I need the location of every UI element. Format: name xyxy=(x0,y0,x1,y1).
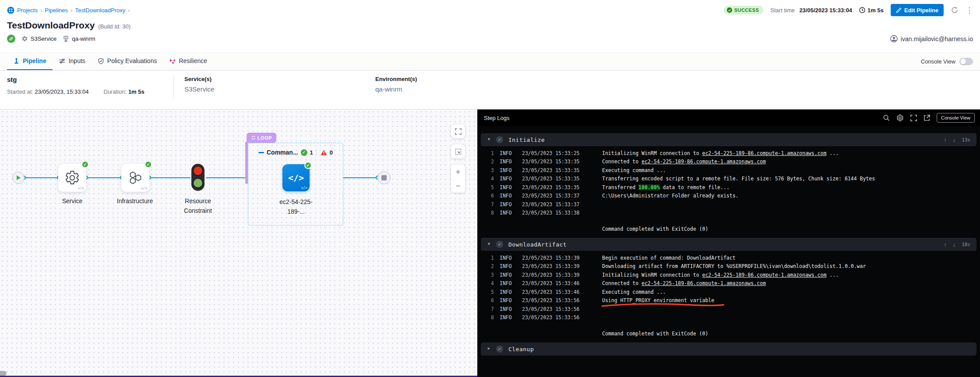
log-sections: ▼✓Initialize↑↓13s1INFO23/05/2023 15:33:2… xyxy=(477,126,980,377)
loop-icon xyxy=(251,135,256,140)
template-glyph: </> xyxy=(301,186,307,190)
log-host-link[interactable]: ec2-54-225-189-86.compute-1.amazonaws.co… xyxy=(702,150,826,156)
log-level: INFO xyxy=(500,193,516,199)
success-badge-icon: ✓ xyxy=(145,161,152,168)
section-name: Initialize xyxy=(508,137,545,143)
end-node[interactable] xyxy=(377,171,391,184)
edit-pipeline-button[interactable]: Edit Pipeline xyxy=(891,4,944,16)
log-timestamp: 23/05/2023 15:33:56 xyxy=(522,314,596,321)
play-icon xyxy=(16,175,21,180)
step-label-line1: ec2-54-225- xyxy=(270,197,322,207)
refresh-button[interactable] xyxy=(951,6,959,14)
stage-name[interactable]: stg xyxy=(7,76,173,83)
git-sync-badge-icon xyxy=(7,35,15,43)
tab-policy-evaluations[interactable]: Policy Evaluations xyxy=(92,53,163,70)
log-line: 2INFO23/05/2023 15:33:35Connected to ec2… xyxy=(477,158,980,166)
log-console-view-button[interactable]: Console View xyxy=(937,113,975,123)
node-command-step[interactable]: </> </> ✓ xyxy=(282,164,310,191)
zoom-in-button[interactable]: + xyxy=(451,165,465,179)
tab-resilience[interactable]: Resilience xyxy=(163,53,213,70)
log-level: INFO xyxy=(500,255,516,261)
log-section-header-cleanup[interactable]: ▼✓Cleanup xyxy=(481,342,976,356)
more-options-button[interactable]: ⋮ xyxy=(966,6,973,15)
log-line-number: 7 xyxy=(483,306,494,312)
log-text: Downloading artifact from ARTIFACTORY to… xyxy=(602,263,866,269)
log-timestamp: 23/05/2023 15:33:38 xyxy=(522,210,596,216)
log-line: 8INFO23/05/2023 15:33:38 xyxy=(477,209,980,218)
start-node[interactable] xyxy=(12,172,25,184)
success-count: 1 xyxy=(310,149,313,156)
collapse-group-icon[interactable] xyxy=(258,152,264,153)
traffic-light-icon xyxy=(190,163,206,192)
start-time-value: 23/05/2023 15:33:04 xyxy=(799,7,852,14)
log-open-new-tab-button[interactable] xyxy=(924,115,930,121)
pipeline-execution-page: Projects › Pipelines › TestDownloadProxy… xyxy=(0,0,980,377)
chevron-down-icon[interactable]: ▼ xyxy=(487,242,491,246)
chevron-down-icon[interactable]: ▼ xyxy=(487,137,491,141)
node-resource-constraint[interactable] xyxy=(190,163,206,192)
log-level: INFO xyxy=(500,210,516,216)
log-level: INFO xyxy=(500,176,516,182)
pipeline-graph-canvas[interactable]: </> ✓ Service </> ✓ Infrastructure xyxy=(0,109,477,377)
log-line: 7INFO23/05/2023 15:33:56 xyxy=(477,305,980,314)
log-message: Connected to ec2-54-225-189-86.compute-1… xyxy=(602,159,980,165)
log-section-header-initialize[interactable]: ▼✓Initialize↑↓13s xyxy=(481,133,976,146)
breadcrumb: Projects › Pipelines › TestDownloadProxy… xyxy=(7,7,130,14)
log-host-link[interactable]: ec2-54-225-189-86.compute-1.amazonaws.co… xyxy=(642,280,766,286)
log-line-number: 6 xyxy=(483,297,494,303)
section-status-icon: ✓ xyxy=(496,345,503,352)
horizontal-scrollbar-thumb[interactable] xyxy=(0,371,7,376)
log-settings-button[interactable] xyxy=(896,114,904,122)
stage-details-bar: stg Started at: 23/05/2023, 15:33:04 Dur… xyxy=(0,70,980,109)
execution-duration: 1m 5s xyxy=(867,7,884,14)
log-text: Transferring encoded script to a remote … xyxy=(602,176,875,182)
breadcrumb-projects[interactable]: Projects xyxy=(17,7,38,14)
log-line-number: 2 xyxy=(483,159,494,165)
server-icon xyxy=(63,35,69,42)
tab-inputs[interactable]: Inputs xyxy=(53,53,92,70)
log-message: Downloading artifact from ARTIFACTORY to… xyxy=(602,263,980,269)
scroll-to-top-icon[interactable]: ↑ xyxy=(944,137,947,143)
scroll-to-top-icon[interactable]: ↑ xyxy=(944,241,947,248)
log-text: Transferred xyxy=(602,184,638,190)
success-badge-icon: ✓ xyxy=(81,161,89,168)
log-line: 3INFO23/05/2023 15:33:35Executing comman… xyxy=(477,166,980,175)
node-infrastructure[interactable]: </> ✓ xyxy=(121,164,149,192)
console-view-toggle[interactable] xyxy=(959,58,973,65)
log-line: 4INFO23/05/2023 15:33:35Transferring enc… xyxy=(477,175,980,183)
group-title[interactable]: Comman... xyxy=(267,149,298,156)
log-host-link[interactable]: ec2-54-225-189-86.compute-1.amazonaws.co… xyxy=(702,272,826,278)
log-host-link[interactable]: ec2-54-225-189-86.compute-1.amazonaws.co… xyxy=(642,159,766,165)
log-timestamp: 23/05/2023 15:33:46 xyxy=(522,280,596,286)
log-text: Initializing WinRM connection to xyxy=(602,272,702,278)
zoom-out-button[interactable]: − xyxy=(451,179,465,193)
edge xyxy=(23,177,60,178)
node-label-infrastructure: Infrastructure xyxy=(109,196,161,206)
log-message: Connected to ec2-54-225-189-86.compute-1… xyxy=(602,280,980,286)
log-section-header-downloadartifact[interactable]: ▼✓DownloadArtifact↑↓18s xyxy=(481,238,976,251)
log-message: Initializing WinRM connection to ec2-54-… xyxy=(602,150,980,156)
warning-triangle-icon xyxy=(321,150,327,155)
tab-pipeline[interactable]: Pipeline xyxy=(7,53,53,70)
gear-icon xyxy=(64,170,80,186)
scroll-to-bottom-icon[interactable]: ↓ xyxy=(953,137,956,143)
sliders-icon xyxy=(59,58,66,64)
user-icon xyxy=(890,35,898,42)
section-header-actions: ↑↓18s xyxy=(944,241,970,248)
log-timestamp: 23/05/2023 15:33:37 xyxy=(522,201,596,208)
clock-icon xyxy=(859,7,865,13)
fullscreen-button[interactable] xyxy=(451,124,465,138)
log-search-button[interactable] xyxy=(883,114,890,121)
fit-to-view-button[interactable] xyxy=(451,144,465,159)
chevron-right-icon[interactable]: ▼ xyxy=(486,347,491,351)
node-service[interactable]: </> ✓ xyxy=(58,164,86,192)
code-icon: </> xyxy=(288,173,304,183)
log-expand-button[interactable] xyxy=(910,115,917,121)
log-line: 6INFO23/05/2023 15:33:56Using HTTP_PROXY… xyxy=(477,296,980,305)
warning-count: 0 xyxy=(330,149,333,156)
execution-tabbar: Pipeline Inputs Policy Evaluations Resil… xyxy=(0,53,980,71)
breadcrumb-pipelines[interactable]: Pipelines xyxy=(45,7,68,14)
scroll-to-bottom-icon[interactable]: ↓ xyxy=(953,241,956,248)
breadcrumb-pipeline-name[interactable]: TestDownloadProxy xyxy=(75,7,125,14)
log-timestamp: 23/05/2023 15:33:39 xyxy=(522,255,596,261)
